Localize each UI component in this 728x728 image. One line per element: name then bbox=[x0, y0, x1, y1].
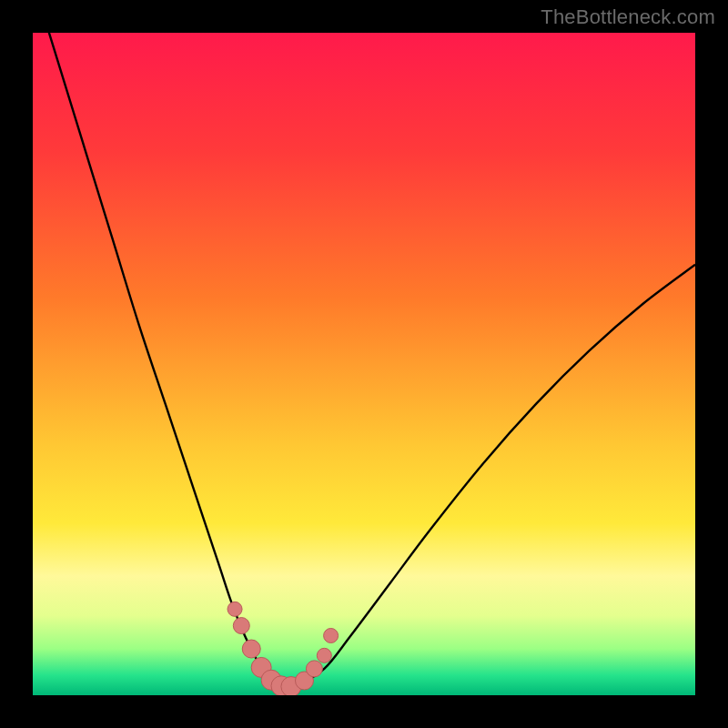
chart-frame: TheBottleneck.com bbox=[0, 0, 728, 728]
bottleneck-plot bbox=[33, 33, 695, 695]
marker-point bbox=[317, 648, 331, 662]
marker-point bbox=[306, 661, 322, 677]
plot-background bbox=[33, 33, 695, 695]
marker-point bbox=[233, 618, 249, 634]
marker-point bbox=[228, 602, 242, 616]
marker-point bbox=[242, 640, 260, 658]
marker-point bbox=[324, 628, 339, 642]
watermark-text: TheBottleneck.com bbox=[541, 5, 715, 29]
